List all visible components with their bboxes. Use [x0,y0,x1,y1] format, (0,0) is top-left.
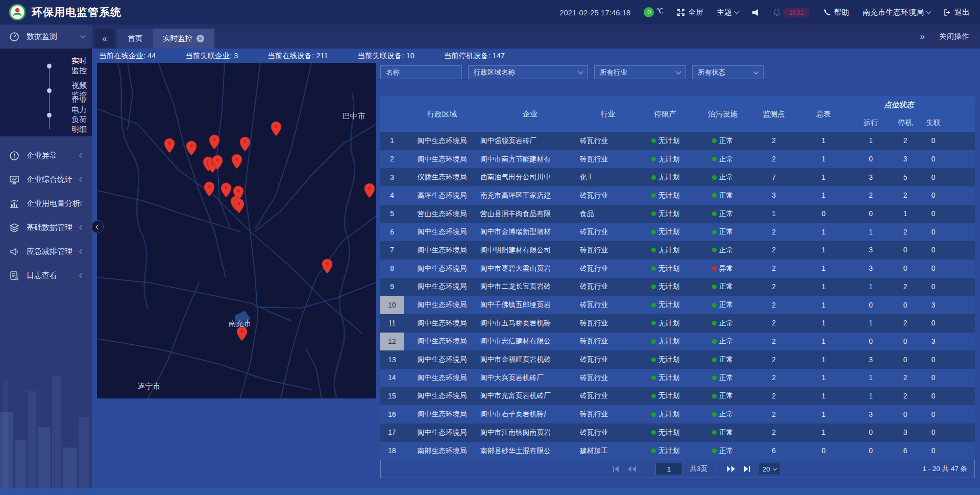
row-lost-cell: 0 [919,186,947,205]
table-row[interactable]: 8 阆中生态环境局 阆中市枣碧大梁山页岩 砖瓦行业 无计划 异常 2 1 3 0… [380,260,975,278]
map-pin-icon[interactable] [164,138,175,153]
row-total-meter-cell: 1 [797,333,850,351]
next-page-button[interactable] [726,465,736,473]
table-row[interactable]: 5 营山生态环境局 营山县润丰肉食品有限 食品 无计划 正常 1 0 0 1 0 [380,205,975,223]
tab-scroll-right-button[interactable]: » [920,32,925,42]
row-region-cell: 营山生态环境局 [404,205,480,223]
mute-button[interactable] [752,9,760,16]
row-monitor-points-cell: 2 [751,423,797,442]
map-pin-icon[interactable] [186,140,197,156]
row-company-cell: 阆中强锐页岩砖厂 [480,132,580,150]
map-panel[interactable]: 巴中市南充市遂宁市 [97,63,376,398]
table-row[interactable]: 15 阆中生态环境局 阆中市光富页岩机砖厂 砖瓦行业 无计划 正常 2 1 1 … [380,387,975,406]
row-running-cell: 1 [850,369,891,387]
map-pin-icon[interactable] [212,155,223,170]
table-row[interactable]: 14 阆中生态环境局 阆中大兴页岩机砖厂 砖瓦行业 无计划 正常 2 1 1 2… [380,369,975,387]
table-row[interactable]: 10 阆中生态环境局 阆中千佛镇五郎垭页岩 砖瓦行业 无计划 正常 2 1 0 … [380,296,975,314]
table-row[interactable]: 6 阆中生态环境局 阆中市金博瑞新型墙材 砖瓦行业 无计划 正常 2 1 1 2… [380,223,975,241]
status-filter-select[interactable]: 所有状态 [692,65,764,79]
prev-page-button[interactable] [627,465,636,473]
map-pin-icon[interactable] [209,134,220,150]
region-filter-select[interactable]: 行政区域名称 [468,65,588,79]
table-row[interactable]: 4 高坪生态环境局 南充市高坪区王家店建 砖瓦行业 无计划 正常 3 1 2 2… [380,186,975,205]
logout-button[interactable]: 退出 [944,8,970,17]
sidebar-item-enterprise-statistics[interactable]: 企业综合统计 [0,168,92,192]
table-row[interactable]: 1 阆中生态环境局 阆中强锐页岩砖厂 砖瓦行业 无计划 正常 2 1 1 2 0 [380,132,975,150]
map-pin-icon[interactable] [233,198,244,214]
row-company-cell: 阆中明阳建材有限公司 [480,241,580,260]
row-index-cell: 16 [380,405,404,423]
last-page-button[interactable] [743,465,751,473]
map-pin-icon[interactable] [204,181,215,197]
stat-offline-devices: 当前失联设备: 10 [358,51,414,61]
table-row[interactable]: 7 阆中生态环境局 阆中明阳建材有限公司 砖瓦行业 无计划 正常 2 1 3 0… [380,241,975,260]
row-total-meter-cell: 0 [797,442,850,460]
row-running-cell: 0 [850,423,891,442]
row-monitor-points-cell: 3 [751,186,797,205]
sidebar-item-log-view[interactable]: 日志查看 [0,264,92,288]
row-pollution-facility-cell: 正常 [695,350,751,369]
page-size-select[interactable]: 20 [758,463,780,475]
table-row[interactable]: 9 阆中生态环境局 阆中市二龙长宝页岩砖 砖瓦行业 无计划 正常 2 1 1 2… [380,278,975,296]
status-dot-icon [651,193,656,198]
chevron-left-icon [80,177,85,182]
layers-icon [9,223,19,233]
page-number-input[interactable] [655,463,683,475]
row-company-cell: 阆中市五马桥页岩机砖 [480,314,580,333]
table-row[interactable]: 17 阆中生态环境局 阆中市江南镇阆南页岩 砖瓦行业 无计划 正常 2 1 0 … [380,423,975,442]
table-row[interactable]: 16 阆中生态环境局 阆中市石子页岩机砖厂 砖瓦行业 无计划 正常 2 1 3 … [380,405,975,423]
bullet-dot-icon [47,113,52,117]
map-pin-icon[interactable] [271,121,282,136]
table-row[interactable]: 13 阆中生态环境局 阆中市金福旺页岩机砖 砖瓦行业 无计划 正常 2 1 3 … [380,350,975,369]
row-running-cell: 3 [850,350,891,369]
sidebar-item-emergency-reduction[interactable]: 应急减排管理 [0,240,92,264]
industry-filter-select[interactable]: 所有行业 [594,65,686,79]
notifications[interactable]: 2632 [773,8,810,17]
table-row[interactable]: 18 南部生态环境局 南部县砂华土混有限公 建材加工 无计划 正常 6 0 0 … [380,442,975,460]
row-stop-production-cell: 无计划 [636,241,695,260]
status-dot-icon [651,211,656,216]
row-stop-production-cell: 无计划 [636,223,695,241]
row-index-cell: 18 [380,442,404,460]
sidebar-item-data-monitor[interactable]: 数据监测 [0,25,92,49]
sidebar-item-basic-data[interactable]: 基础数据管理 [0,216,92,240]
row-total-meter-cell: 1 [797,296,850,314]
help-button[interactable]: 帮助 [823,8,849,17]
map-pin-icon[interactable] [231,154,242,169]
close-tab-icon[interactable]: × [197,35,204,42]
table-row[interactable]: 12 阆中生态环境局 阆中市忠信建材有限公 砖瓦行业 无计划 正常 2 1 0 … [380,333,975,351]
sidebar-item-power-load-detail[interactable]: 企业电力负荷明细 [0,103,92,127]
table-row[interactable]: 11 阆中生态环境局 阆中市五马桥页岩机砖 砖瓦行业 无计划 正常 2 1 1 … [380,314,975,333]
sidebar-item-realtime-monitor[interactable]: 实时监控 [0,54,92,78]
panel-collapse-button[interactable] [91,220,104,233]
map-pin-icon[interactable] [364,183,375,198]
sidebar-item-enterprise-abnormal[interactable]: 企业异常 [0,144,92,168]
map-pin-icon[interactable] [322,258,333,274]
first-page-button[interactable] [612,465,620,473]
org-dropdown[interactable]: 南充市生态环境局 [863,8,930,17]
tab-scroll-left-button[interactable]: « [95,29,114,49]
close-operations-button[interactable]: 关闭操作 [939,32,969,41]
sidebar-item-power-analysis[interactable]: 企业用电量分析 [0,192,92,216]
bullet-dot-icon [47,88,52,93]
row-lost-cell: 0 [919,369,947,387]
col-header-pollution-facility: 治污设施 [695,96,751,132]
row-lost-cell: 0 [919,168,947,186]
chevron-down-icon [676,69,681,74]
table-row[interactable]: 3 仪陇生态环境局 西南油气田分公司川中 化工 无计划 正常 7 1 3 5 0 [380,168,975,186]
fullscreen-button[interactable]: 全屏 [677,8,703,17]
row-pollution-facility-cell: 正常 [695,296,751,314]
tab-home[interactable]: 首页 [117,29,153,49]
row-stopped-cell: 1 [891,205,919,223]
row-running-cell: 1 [850,132,891,150]
table-row[interactable]: 2 阆中生态环境局 阆中市南方节能建材有 砖瓦行业 无计划 正常 2 1 0 3… [380,150,975,169]
row-stopped-cell: 2 [891,314,919,333]
row-pollution-facility-cell: 正常 [695,186,751,205]
tab-realtime-monitor[interactable]: 实时监控 × [153,29,214,49]
theme-dropdown[interactable]: 主题 [717,8,739,17]
map-pin-icon[interactable] [239,136,251,152]
row-stop-production-cell: 无计划 [636,168,695,186]
row-total-meter-cell: 1 [797,423,850,442]
stat-stopped-devices: 当前停机设备: 147 [444,51,505,61]
name-filter-input[interactable] [380,65,462,79]
